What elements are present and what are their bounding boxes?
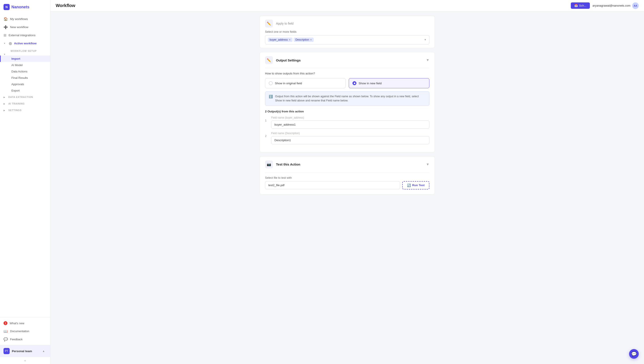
chevron-down-icon: ▼ — [4, 42, 6, 45]
chevron-right-ai-icon: ▶ — [4, 103, 5, 105]
user-info: aryanagrawal@nanonets.com AA — [592, 3, 639, 9]
radio-new-field[interactable]: Show in new field — [349, 78, 430, 88]
sidebar-sub-approvals[interactable]: Approvals — [0, 81, 50, 87]
test-action-chevron[interactable]: ▼ — [426, 162, 430, 166]
tags-dropdown-icon[interactable]: ▼ — [424, 38, 426, 41]
test-action-card: 📷 Test this Action ▼ Select file to test… — [260, 156, 435, 195]
sidebar-label-feedback: Feedback — [10, 338, 22, 341]
chevron-right-settings-icon: ▶ — [4, 109, 5, 111]
avatar: AA — [632, 3, 639, 9]
feedback-icon: 💬 — [4, 337, 8, 341]
apply-to-field-title: Apply to field — [276, 22, 294, 25]
chevron-right-icon: ▶ — [4, 96, 5, 98]
sidebar-sub-export[interactable]: Export — [0, 87, 50, 94]
team-label: Personal team — [12, 349, 38, 353]
sidebar-label-settings: SETTINGS — [8, 109, 22, 111]
apply-to-field-card: ✏️ Apply to field Select one or more fie… — [260, 16, 435, 48]
output-field-row-1: 1 Field name (buyer_address) — [265, 116, 430, 129]
plus-icon: ➕ — [4, 25, 8, 29]
sidebar-item-feedback[interactable]: 💬 Feedback — [0, 335, 50, 343]
app-logo[interactable]: N Nanonets — [0, 0, 50, 14]
output-settings-body: How to show outputs from this action? Sh… — [260, 68, 435, 152]
sidebar-bottom: 1 What's new 📖 Documentation 💬 Feedback — [0, 317, 50, 345]
run-test-button[interactable]: 🔄 Run Test — [402, 181, 430, 190]
schedule-icon: 📅 — [574, 4, 578, 7]
sidebar-sub-data-actions[interactable]: Data Actions — [0, 68, 50, 75]
sidebar-item-external-integrations[interactable]: ⊞ External integrations — [0, 31, 50, 39]
fields-multiselect[interactable]: buyer_address ✕ Description ✕ ▼ — [265, 35, 430, 44]
sidebar-label-active-workflow: Active workflow — [14, 42, 36, 45]
avatar-initials: AA — [634, 5, 637, 7]
team-icon: PT — [4, 348, 10, 354]
sidebar-sub-import[interactable]: Import — [0, 56, 50, 62]
topbar: Workflow 📅 Sch... aryanagrawal@nanonets.… — [50, 0, 644, 12]
sidebar-section-ai-training[interactable]: ▶ AI TRAINING — [0, 100, 50, 107]
sidebar-label-export: Export — [12, 89, 20, 92]
run-test-label: Run Test — [412, 184, 424, 187]
grid-icon: ⊞ — [4, 33, 6, 37]
personal-team-row[interactable]: PT Personal team ▲ — [0, 345, 50, 357]
tag-buyer-address-text: buyer_address — [270, 38, 288, 41]
logo-icon: N — [4, 4, 10, 10]
workflow-setup-label: WORKFLOW SETUP — [0, 47, 50, 53]
output-num-2: 2 — [265, 134, 268, 138]
output-settings-header[interactable]: ✏️ Output Settings ▼ — [260, 52, 435, 68]
info-text: Output from this action will be shown ag… — [275, 94, 426, 103]
test-action-icon: 📷 — [265, 160, 273, 168]
radio-original-field[interactable]: Show in original field — [265, 78, 346, 88]
book-icon: 📖 — [4, 329, 8, 333]
sidebar-item-new-workflow[interactable]: ➕ New workflow — [0, 23, 50, 31]
apply-field-icon: ✏️ — [265, 20, 273, 28]
sidebar-label-external-integrations: External integrations — [8, 34, 36, 37]
sidebar-label-documentation: Documentation — [10, 329, 29, 333]
test-file-select[interactable]: test2_file.pdf — [265, 181, 400, 189]
info-icon: ℹ️ — [269, 95, 273, 99]
sidebar-collapse-button[interactable]: « — [0, 357, 50, 364]
sidebar-label-final-results: Final Results — [12, 76, 28, 79]
run-icon: 🔄 — [407, 184, 411, 187]
content-scroll: ✏️ Apply to field Select one or more fie… — [50, 12, 644, 364]
sidebar-item-active-workflow[interactable]: ▼ ◎ Active workflow — [0, 39, 50, 47]
output-settings-chevron[interactable]: ▼ — [426, 58, 430, 62]
radio-options: Show in original field Show in new field — [265, 78, 430, 88]
test-action-title: Test this Action — [276, 162, 300, 166]
tag-description-text: Description — [296, 38, 309, 41]
app-name: Nanonets — [12, 5, 29, 10]
test-action-body: Select file to test with test2_file.pdf … — [260, 172, 435, 194]
sidebar-item-my-workflows[interactable]: 🏠 My workflows — [0, 15, 50, 23]
tag-description-close[interactable]: ✕ — [310, 38, 312, 41]
field-select-label: Select one or more fields — [265, 30, 430, 33]
outputs-count-label: 2 Output(s) from this action — [265, 110, 430, 113]
test-select-label: Select file to test with — [265, 176, 430, 179]
field-name-input-1[interactable] — [271, 120, 430, 129]
output-settings-card: ✏️ Output Settings ▼ How to show outputs… — [260, 52, 435, 152]
sidebar-sub-ai-model[interactable]: AI Model — [0, 62, 50, 68]
tag-buyer-address[interactable]: buyer_address ✕ — [268, 38, 292, 42]
sidebar-label-ai-model: AI Model — [12, 63, 22, 67]
schedule-button[interactable]: 📅 Sch... — [571, 3, 590, 9]
radio-new-label: Show in new field — [358, 82, 382, 85]
output-field-row-2: 2 Field name (Description) — [265, 132, 430, 144]
output-settings-icon: ✏️ — [265, 56, 273, 64]
apply-to-field-area: Select one or more fields buyer_address … — [260, 30, 435, 48]
team-collapse-icon[interactable]: ▲ — [40, 348, 47, 354]
radio-original-circle — [269, 81, 273, 85]
output-field-block-1: Field name (buyer_address) — [271, 116, 430, 129]
topbar-right: 📅 Sch... aryanagrawal@nanonets.com AA — [571, 3, 639, 9]
field-name-input-2[interactable] — [271, 136, 430, 144]
sidebar-item-documentation[interactable]: 📖 Documentation — [0, 327, 50, 335]
sidebar-section-data-extraction[interactable]: ▶ DATA EXTRACTION — [0, 94, 50, 100]
test-action-header-left: 📷 Test this Action — [265, 160, 300, 168]
tag-description[interactable]: Description ✕ — [294, 38, 314, 42]
collapse-arrow-icon: « — [24, 359, 26, 362]
tag-buyer-address-close[interactable]: ✕ — [289, 38, 291, 41]
sidebar-label-approvals: Approvals — [12, 83, 24, 86]
sidebar-section-settings[interactable]: ▶ SETTINGS — [0, 107, 50, 113]
chat-bubble[interactable]: 💬 — [629, 349, 639, 359]
test-action-header[interactable]: 📷 Test this Action ▼ — [260, 156, 435, 172]
chevron-workflow-setup: ▼ — [4, 53, 6, 56]
sidebar-sub-final-results[interactable]: Final Results — [0, 75, 50, 81]
schedule-label: Sch... — [579, 4, 586, 7]
sidebar-item-whats-new[interactable]: 1 What's new — [0, 319, 50, 327]
output-settings-header-left: ✏️ Output Settings — [265, 56, 301, 64]
